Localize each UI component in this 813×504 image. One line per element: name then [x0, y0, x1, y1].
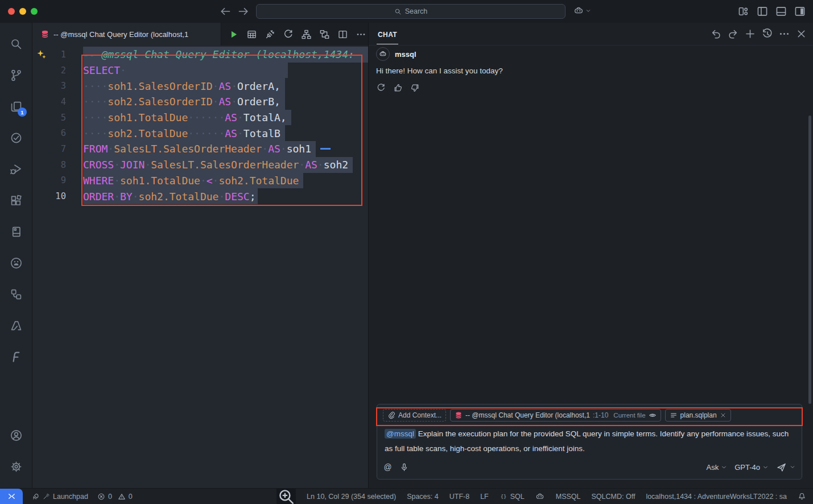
- new-chat-button[interactable]: [744, 28, 756, 40]
- remote-indicator[interactable]: [0, 489, 23, 504]
- error-icon: [97, 493, 105, 501]
- chat-message-author: mssql: [395, 50, 416, 59]
- play-icon: [228, 29, 239, 40]
- chat-mode-dropdown[interactable]: Ask: [707, 463, 728, 472]
- code-token: ;: [250, 191, 256, 203]
- copilot-sparkle-icon[interactable]: [36, 49, 47, 60]
- close-icon[interactable]: [720, 412, 727, 419]
- code-token: soh1: [287, 143, 311, 155]
- book-icon: [10, 225, 23, 238]
- activity-item-search[interactable]: [4, 28, 28, 60]
- unhelpful-button[interactable]: [410, 83, 420, 93]
- split-editor-button[interactable]: [337, 29, 348, 40]
- selection-pad: [348, 157, 353, 173]
- estimated-plan-button[interactable]: [319, 29, 330, 40]
- chat-scrollbar[interactable]: [808, 115, 811, 404]
- editor-tab[interactable]: -- @mssql Chat Query Editor (localhost,1: [32, 23, 221, 46]
- traffic-lights: [8, 8, 38, 15]
- history-button[interactable]: [761, 28, 773, 40]
- editor-group: -- @mssql Chat Query Editor (localhost,1…: [32, 23, 369, 488]
- history-icon: [761, 28, 773, 40]
- braces-icon: {}: [500, 493, 507, 501]
- toggle-panel-button[interactable]: [775, 5, 787, 18]
- voice-input-button[interactable]: [399, 462, 409, 472]
- whitespace-dots: ·: [213, 175, 219, 187]
- bell-icon: [798, 492, 806, 501]
- change-connection-button[interactable]: [283, 29, 294, 40]
- encoding-indicator[interactable]: UTF-8: [449, 493, 469, 501]
- helpful-button[interactable]: [393, 83, 403, 93]
- whitespace-dots: ·: [218, 191, 225, 203]
- toggle-primary-sidebar-button[interactable]: [756, 5, 769, 18]
- zoom-indicator-button[interactable]: [276, 489, 296, 504]
- whitespace-dots: ·: [145, 159, 151, 171]
- activity-item-settings[interactable]: [4, 451, 28, 482]
- launchpad-button[interactable]: Launchpad: [32, 493, 88, 501]
- editor-body[interactable]: 1-- @mssql Chat Query Editor (localhost,…: [32, 46, 368, 488]
- connection-status-item[interactable]: localhost,1434 : AdventureWorksLT2022 : …: [646, 493, 787, 501]
- warning-icon: [118, 493, 126, 501]
- command-center-search[interactable]: Search: [256, 4, 566, 19]
- problems-indicator[interactable]: 0 0: [97, 493, 133, 501]
- zoom-window-button[interactable]: [31, 8, 38, 15]
- mention-button[interactable]: @: [383, 462, 393, 472]
- redo-button[interactable]: [727, 28, 739, 40]
- activity-item-explorer[interactable]: 1: [4, 91, 28, 122]
- undo-button[interactable]: [710, 28, 722, 40]
- line-number: 8: [32, 160, 66, 170]
- connect-button[interactable]: [265, 29, 275, 40]
- visualize-schema-button[interactable]: [301, 29, 312, 40]
- activity-item-notebooks[interactable]: [4, 216, 28, 247]
- tab-chat[interactable]: CHAT: [377, 24, 398, 44]
- minimize-window-button[interactable]: [19, 8, 26, 15]
- close-window-button[interactable]: [8, 8, 15, 15]
- whitespace-dots: ·: [200, 175, 207, 187]
- context-pill-sqlplan[interactable]: plan.sqlplan: [665, 409, 731, 422]
- chat-header-actions: [710, 28, 807, 40]
- notifications-button[interactable]: [798, 492, 806, 501]
- sqlcmd-status-item[interactable]: SQLCMD: Off: [592, 493, 635, 501]
- more-button[interactable]: [778, 28, 790, 40]
- copilot-menu-button[interactable]: [573, 6, 592, 16]
- navigate-back-button[interactable]: [218, 5, 232, 18]
- mssql-status-item[interactable]: MSSQL: [556, 493, 581, 501]
- activity-item-azure[interactable]: [4, 310, 28, 341]
- copilot-status-button[interactable]: [535, 492, 545, 501]
- code-token: soh2.TotalDue: [218, 175, 299, 187]
- close-button[interactable]: [795, 28, 807, 40]
- code-token: SalesLT.SalesOrderHeader: [114, 143, 262, 155]
- activity-item-source-control[interactable]: [4, 60, 28, 91]
- line-content: ····soh2.SalesOrderID·AS·OrderB,: [66, 94, 285, 110]
- customize-layout-button[interactable]: [737, 5, 750, 18]
- activity-item-testing[interactable]: [4, 122, 28, 154]
- code-token: ORDER: [83, 191, 114, 203]
- chat-message-header: mssql: [376, 47, 804, 61]
- cursor-position-indicator[interactable]: Ln 10, Col 29 (354 selected): [307, 493, 396, 501]
- activity-item-accounts[interactable]: [4, 420, 28, 451]
- more-actions-button[interactable]: [356, 29, 366, 40]
- add-context-button[interactable]: Add Context...: [383, 409, 446, 422]
- context-pill-current-file[interactable]: -- @mssql Chat Query Editor (localhost,1…: [450, 409, 661, 422]
- retry-button[interactable]: [376, 83, 386, 93]
- navigate-forward-button[interactable]: [237, 5, 250, 18]
- run-query-button[interactable]: [228, 29, 239, 40]
- language-mode-indicator[interactable]: {} SQL: [500, 493, 525, 501]
- send-button[interactable]: [776, 462, 787, 473]
- chevron-down-icon[interactable]: [789, 464, 796, 470]
- sidebar-left-icon: [756, 5, 769, 18]
- activity-item-github[interactable]: [4, 247, 28, 279]
- eye-icon[interactable]: [649, 411, 657, 419]
- chat-input-text[interactable]: @mssql Explain the execution plan for th…: [383, 423, 796, 458]
- activity-item-run-debug[interactable]: [4, 154, 28, 185]
- whitespace-dots: ······: [188, 127, 225, 139]
- eol-indicator[interactable]: LF: [480, 493, 489, 501]
- toggle-secondary-sidebar-button[interactable]: [794, 5, 806, 18]
- activity-item-sql-connections[interactable]: [4, 279, 28, 310]
- activity-item-extensions[interactable]: [4, 185, 28, 216]
- chat-input-container: Add Context... -- @mssql Chat Query Edit…: [377, 404, 802, 480]
- code-lines: 1-- @mssql Chat Query Editor (localhost,…: [32, 47, 368, 204]
- model-picker-dropdown[interactable]: GPT-4o: [734, 463, 769, 472]
- indentation-indicator[interactable]: Spaces: 4: [407, 493, 439, 501]
- activity-item-fabric[interactable]: [4, 341, 28, 373]
- results-grid-button[interactable]: [246, 29, 257, 40]
